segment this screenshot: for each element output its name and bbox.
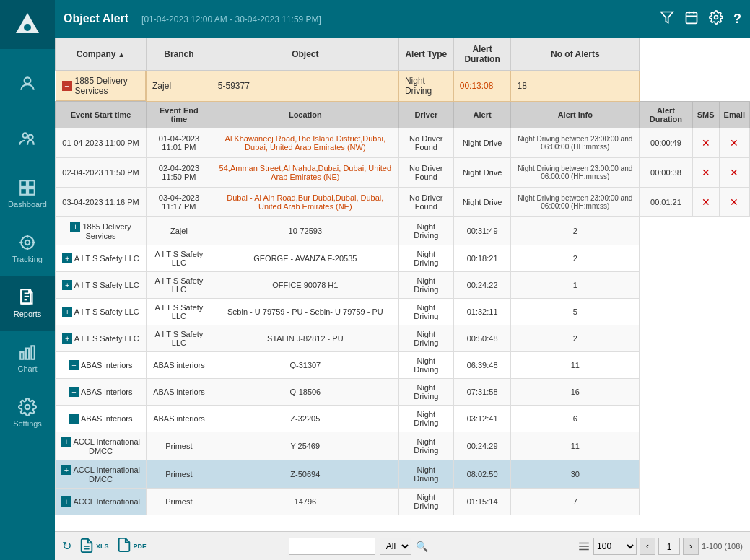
svg-rect-20: [26, 349, 29, 359]
main-content: Object Alert [01-04-2023 12:00 AM - 30-0…: [55, 0, 750, 560]
col-no-of-alerts: No of Alerts: [511, 38, 640, 71]
settings-icon: [18, 398, 37, 416]
search-button[interactable]: 🔍: [416, 541, 428, 552]
expand-button-2[interactable]: +: [62, 253, 72, 263]
header-actions: ?: [660, 10, 741, 28]
expand-button-6[interactable]: +: [69, 360, 79, 370]
detail-email-2: ✕: [719, 158, 749, 188]
svg-point-9: [25, 240, 30, 245]
sub-col-email: Email: [719, 102, 749, 128]
export-pdf-icon[interactable]: [116, 537, 132, 556]
sub-col-alert-info: Alert Info: [511, 102, 640, 128]
sidebar-item-user2[interactable]: [0, 111, 55, 166]
sidebar-item-chart[interactable]: Chart: [0, 331, 55, 385]
detail-duration-2: 00:00:38: [640, 158, 693, 188]
expand-button-1[interactable]: +: [70, 222, 80, 232]
row9-count: 11: [511, 432, 640, 460]
detail-alert-2: Night Drive: [453, 158, 511, 188]
data-row-5: + A I T S Safety LLC A I T S Safety LLC …: [56, 325, 750, 352]
collapse-button[interactable]: −: [62, 81, 72, 91]
row6-company: + ABAS interiors: [56, 352, 147, 379]
data-row-10: + ACCL International DMCC Primest Z-5069…: [56, 460, 750, 489]
row8-branch: ABAS interiors: [147, 406, 212, 432]
row9-object: Y-25469: [212, 432, 398, 460]
row8-alert-type: Night Driving: [398, 406, 453, 432]
row1-duration: 00:31:49: [453, 217, 511, 245]
page-title: Object Alert: [64, 12, 128, 25]
sub-col-alert-duration: Alert Duration: [640, 102, 693, 128]
svg-point-22: [25, 405, 30, 410]
sidebar-item-user1[interactable]: [0, 56, 55, 111]
expanded-alert-duration: 00:13:08: [453, 71, 511, 102]
sidebar-item-settings-label: Settings: [13, 419, 42, 428]
row2-company: + A I T S Safety LLC: [56, 245, 147, 272]
sub-col-sms: SMS: [692, 102, 719, 128]
row2-duration: 00:18:21: [453, 245, 511, 272]
page-size-select[interactable]: 100 50 25: [593, 538, 637, 555]
sidebar-item-dashboard[interactable]: Dashboard: [0, 166, 55, 221]
search-input[interactable]: [289, 538, 375, 555]
sidebar-logo: [0, 0, 55, 49]
expand-button-9[interactable]: +: [61, 437, 71, 447]
expand-button-11[interactable]: +: [61, 496, 71, 507]
row1-alert-type: Night Driving: [398, 217, 453, 245]
prev-page-button[interactable]: ‹: [640, 538, 655, 555]
sms-x-2: ✕: [702, 167, 710, 178]
row7-branch: ABAS interiors: [147, 379, 212, 406]
detail-driver-1: No Driver Found: [398, 128, 453, 158]
date-range: [01-04-2023 12:00 AM - 30-04-2023 11:59 …: [141, 14, 321, 25]
app-header: Object Alert [01-04-2023 12:00 AM - 30-0…: [55, 0, 750, 38]
refresh-icon[interactable]: ↻: [62, 539, 71, 553]
row11-company: + ACCL International: [56, 489, 147, 515]
sidebar-item-settings[interactable]: Settings: [0, 385, 55, 440]
expand-button-10[interactable]: +: [61, 465, 71, 475]
row4-object: Sebin - U 79759 - PU - Sebin- U 79759 - …: [212, 299, 398, 325]
filter-select[interactable]: All: [380, 538, 411, 555]
gear-icon[interactable]: [709, 10, 723, 28]
next-page-button[interactable]: ›: [683, 538, 699, 555]
detail-row-1: 01-04-2023 11:00 PM 01-04-2023 11:01 PM …: [56, 128, 750, 158]
row6-branch: ABAS interiors: [147, 352, 212, 379]
col-alert-duration: Alert Duration: [453, 38, 511, 71]
row6-duration: 06:39:48: [453, 352, 511, 379]
data-table-container: Company Branch Object Alert Type Alert D…: [55, 38, 750, 531]
sub-col-start-time: Event Start time: [56, 102, 147, 128]
row5-alert-type: Night Driving: [398, 325, 453, 352]
row7-company: + ABAS interiors: [56, 379, 147, 406]
svg-point-1: [24, 24, 31, 31]
export-xls-icon[interactable]: [79, 538, 95, 555]
calendar-icon[interactable]: [684, 10, 699, 28]
sub-header-row: Event Start time Event End time Location…: [56, 102, 750, 128]
row4-duration: 01:32:11: [453, 299, 511, 325]
expand-button-7[interactable]: +: [69, 387, 79, 397]
filter-icon[interactable]: [660, 10, 674, 28]
row11-count: 7: [511, 489, 640, 515]
detail-row-3: 03-04-2023 11:16 PM 03-04-2023 11:17 PM …: [56, 188, 750, 217]
row6-count: 11: [511, 352, 640, 379]
detail-sms-2: ✕: [692, 158, 719, 188]
row5-duration: 00:50:48: [453, 325, 511, 352]
expand-button-5[interactable]: +: [62, 333, 72, 344]
logo-icon: [14, 12, 40, 38]
expand-button-8[interactable]: +: [69, 414, 79, 424]
detail-start-3: 03-04-2023 11:16 PM: [56, 188, 147, 217]
email-x-2: ✕: [730, 167, 738, 178]
data-row-4: + A I T S Safety LLC A I T S Safety LLC …: [56, 299, 750, 325]
svg-rect-24: [686, 12, 697, 23]
help-icon[interactable]: ?: [733, 12, 741, 27]
sidebar-item-reports[interactable]: Reports: [0, 276, 55, 331]
expand-button-3[interactable]: +: [62, 280, 72, 290]
expand-button-4[interactable]: +: [62, 307, 72, 317]
row11-alert-type: Night Driving: [398, 489, 453, 515]
sms-x-1: ✕: [702, 137, 710, 149]
expanded-company: 1885 Delivery Services: [75, 76, 140, 96]
svg-rect-5: [20, 180, 27, 187]
sidebar-item-chart-label: Chart: [18, 364, 38, 373]
reports-icon: [18, 288, 37, 307]
col-branch: Branch: [147, 38, 212, 71]
detail-info-3: Night Driving between 23:00:00 and 06:00…: [511, 188, 640, 217]
detail-email-3: ✕: [719, 188, 749, 217]
data-row-11: + ACCL International Primest 14796 Night…: [56, 489, 750, 515]
sidebar-item-tracking[interactable]: Tracking: [0, 221, 55, 276]
detail-alert-1: Night Drive: [453, 128, 511, 158]
